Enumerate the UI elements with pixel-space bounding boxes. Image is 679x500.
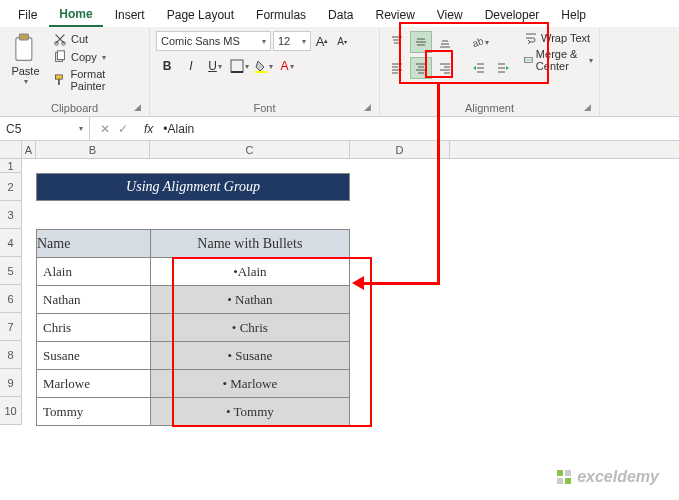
watermark: exceldemy (555, 468, 659, 486)
svg-rect-7 (231, 60, 243, 72)
annotation-arrow-head (352, 276, 364, 290)
dialog-launcher-icon[interactable]: ◢ (584, 102, 591, 112)
fx-icon[interactable]: fx (138, 122, 159, 136)
dialog-launcher-icon[interactable]: ◢ (134, 102, 141, 112)
annotation-arrow (362, 282, 440, 285)
header-name[interactable]: Name (37, 230, 151, 258)
title-cell[interactable]: Using Alignment Group (36, 173, 350, 201)
row-header[interactable]: 10 (0, 397, 21, 425)
svg-text:ab: ab (470, 35, 483, 49)
group-font: Comic Sans MS▾ 12▾ A▴ A▾ B I U▾ ▾ ▾ A▾ F… (150, 27, 380, 116)
group-alignment: ab▾ Wrap Text Merge & Center▾ Alignment◢ (380, 27, 600, 116)
align-center-button[interactable] (410, 57, 432, 79)
svg-rect-5 (57, 51, 64, 60)
ribbon-tabs: File Home Insert Page Layout Formulas Da… (0, 0, 679, 27)
increase-indent-button[interactable] (492, 57, 514, 79)
tab-home[interactable]: Home (49, 3, 102, 27)
fill-color-button[interactable]: ▾ (252, 55, 274, 77)
annotation-arrow (437, 84, 440, 284)
increase-font-button[interactable]: A▴ (313, 31, 331, 51)
cell[interactable]: Marlowe (37, 370, 151, 398)
cell[interactable]: • Chris (150, 314, 349, 342)
enter-icon[interactable]: ✓ (118, 122, 128, 136)
worksheet-grid: A B C D 1 2 3 4 5 6 7 8 9 10 Using Align… (0, 141, 679, 425)
row-header[interactable]: 8 (0, 341, 21, 369)
tab-help[interactable]: Help (551, 4, 596, 26)
tab-developer[interactable]: Developer (475, 4, 550, 26)
dialog-launcher-icon[interactable]: ◢ (364, 102, 371, 112)
paste-button[interactable]: Paste ▾ (6, 31, 45, 93)
svg-rect-9 (255, 71, 267, 73)
align-middle-button[interactable] (410, 31, 432, 53)
clipboard-label: Clipboard◢ (6, 100, 143, 114)
ribbon: Paste ▾ Cut Copy▾ Format Painter Clipboa… (0, 27, 679, 117)
cell[interactable]: Susane (37, 342, 151, 370)
svg-rect-1 (20, 34, 29, 40)
border-button[interactable]: ▾ (228, 55, 250, 77)
cell[interactable]: Tommy (37, 398, 151, 426)
row-header[interactable]: 5 (0, 257, 21, 285)
row-header[interactable]: 3 (0, 201, 21, 229)
row-header[interactable]: 6 (0, 285, 21, 313)
svg-rect-42 (565, 478, 571, 484)
column-header[interactable]: C (150, 141, 350, 158)
header-bullet[interactable]: Name with Bullets (150, 230, 349, 258)
cell[interactable]: • Nathan (150, 286, 349, 314)
select-all-button[interactable] (0, 141, 22, 158)
align-bottom-button[interactable] (434, 31, 456, 53)
alignment-label: Alignment◢ (386, 100, 593, 114)
column-header[interactable]: B (36, 141, 150, 158)
formula-input[interactable]: •Alain (159, 122, 194, 136)
bold-button[interactable]: B (156, 55, 178, 77)
font-label: Font◢ (156, 100, 373, 114)
cell[interactable]: Alain (37, 258, 151, 286)
row-header[interactable]: 4 (0, 229, 21, 257)
name-box[interactable]: C5▾ (0, 117, 90, 140)
font-name-select[interactable]: Comic Sans MS▾ (156, 31, 271, 51)
tab-insert[interactable]: Insert (105, 4, 155, 26)
copy-button[interactable]: Copy▾ (51, 49, 143, 65)
wrap-text-button[interactable]: Wrap Text (524, 31, 593, 45)
formula-bar: C5▾ ✕ ✓ fx •Alain (0, 117, 679, 141)
cell[interactable]: Nathan (37, 286, 151, 314)
cell[interactable]: •Alain (150, 258, 349, 286)
row-header[interactable]: 9 (0, 369, 21, 397)
cell[interactable]: • Tommy (150, 398, 349, 426)
format-painter-button[interactable]: Format Painter (51, 67, 143, 93)
svg-rect-6 (56, 75, 63, 79)
orientation-button[interactable]: ab▾ (468, 31, 490, 53)
align-top-button[interactable] (386, 31, 408, 53)
merge-center-button[interactable]: Merge & Center▾ (524, 48, 593, 72)
svg-rect-39 (557, 470, 563, 476)
chevron-down-icon: ▾ (24, 77, 28, 86)
tab-page-layout[interactable]: Page Layout (157, 4, 244, 26)
tab-review[interactable]: Review (365, 4, 424, 26)
font-color-button[interactable]: A▾ (276, 55, 298, 77)
underline-button[interactable]: U▾ (204, 55, 226, 77)
svg-rect-0 (16, 38, 32, 61)
svg-rect-41 (557, 478, 563, 484)
tab-formulas[interactable]: Formulas (246, 4, 316, 26)
tab-view[interactable]: View (427, 4, 473, 26)
decrease-font-button[interactable]: A▾ (333, 31, 351, 51)
paste-label: Paste (11, 65, 39, 77)
tab-data[interactable]: Data (318, 4, 363, 26)
cancel-icon[interactable]: ✕ (100, 122, 110, 136)
cell[interactable]: • Marlowe (150, 370, 349, 398)
cell[interactable]: Chris (37, 314, 151, 342)
decrease-indent-button[interactable] (468, 57, 490, 79)
column-header[interactable]: D (350, 141, 450, 158)
row-header[interactable]: 1 (0, 159, 21, 173)
font-size-select[interactable]: 12▾ (273, 31, 311, 51)
cell[interactable]: • Susane (150, 342, 349, 370)
data-table: Name Name with Bullets Alain•Alain Natha… (36, 229, 350, 426)
italic-button[interactable]: I (180, 55, 202, 77)
row-header[interactable]: 2 (0, 173, 21, 201)
svg-rect-40 (565, 470, 571, 476)
tab-file[interactable]: File (8, 4, 47, 26)
column-header[interactable]: A (22, 141, 36, 158)
align-right-button[interactable] (434, 57, 456, 79)
cut-button[interactable]: Cut (51, 31, 143, 47)
align-left-button[interactable] (386, 57, 408, 79)
row-header[interactable]: 7 (0, 313, 21, 341)
